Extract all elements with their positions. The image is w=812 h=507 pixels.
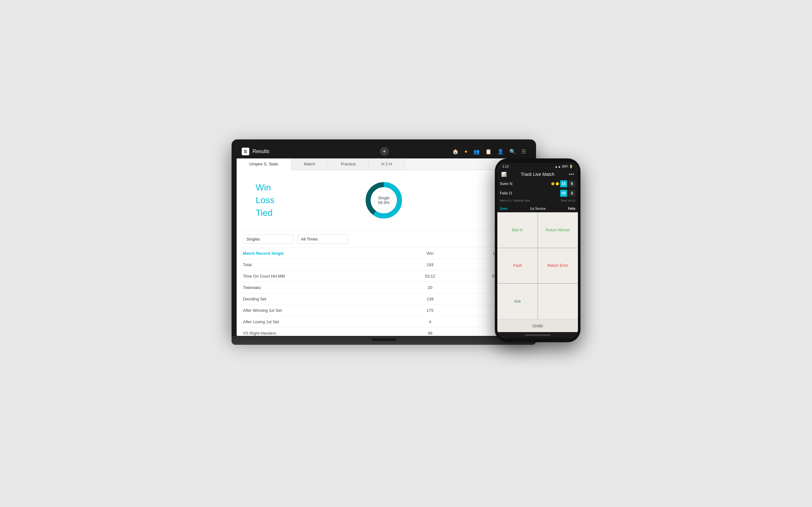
table-win-col: Win: [397, 248, 464, 259]
tab-practice[interactable]: Practice: [328, 158, 368, 170]
donut-area: Single 59.9%: [341, 180, 426, 221]
stats-area: Win Loss Tied: [237, 170, 531, 336]
donut-chart: Single 59.9%: [363, 180, 404, 221]
app-title: Results: [252, 149, 316, 154]
stats-table: Match Record Single Win Loss: [237, 248, 531, 336]
more-options-icon[interactable]: •••: [569, 171, 574, 177]
filter-row: Singles Doubles All Times Last Year: [237, 231, 531, 248]
player1-score-main: 15: [560, 180, 567, 187]
row-label: Time On Court HH:MM: [237, 271, 397, 282]
service-right: Felix: [568, 207, 575, 210]
phone-status-bar: 1:13 ▲▲ WiFi 🔋: [497, 163, 578, 170]
search-icon[interactable]: 🔍: [509, 149, 516, 155]
header-icons: 🏠 ● 👥 📋 👤 🔍 ☰: [452, 149, 526, 155]
service-left: Sven: [500, 207, 507, 210]
player2-score-set: 3: [568, 190, 575, 197]
row-win: 193: [397, 259, 464, 271]
coin-icon-1: [551, 182, 554, 185]
coin-icon-2: [556, 182, 559, 185]
return-winner-button[interactable]: Return Winner: [538, 212, 578, 248]
home-bar: [525, 335, 550, 336]
home-icon[interactable]: 🏠: [452, 149, 459, 155]
add-button[interactable]: +: [380, 147, 389, 156]
ball-in-button[interactable]: Ball In: [497, 212, 538, 248]
table-row: Deciding Set 139 57: [237, 293, 531, 305]
row-win: 20: [397, 282, 464, 293]
row-label: Tiebreaks: [237, 282, 397, 293]
summary-row: Win Loss Tied: [237, 170, 531, 231]
laptop-device: S Results + 🏠 ● 👥 📋 👤 🔍 ☰: [232, 139, 536, 355]
scene: S Results + 🏠 ● 👥 📋 👤 🔍 ☰: [232, 139, 580, 368]
tabs-row: Umpire S. Stats Match Practice H 2 H: [237, 158, 531, 170]
phone-time: 1:13: [502, 165, 508, 168]
undo-bar[interactable]: Undo: [497, 319, 578, 332]
court-grid: Ball In Return Winner Fault Return Error…: [497, 212, 578, 319]
row-label: VS Right-Handers: [237, 328, 397, 336]
table-row: Tiebreaks 20 11: [237, 282, 531, 293]
phone-outer: 1:13 ▲▲ WiFi 🔋 📊 Track Live Match ••• Sv…: [495, 158, 580, 342]
empty-cell: [538, 284, 578, 319]
row-label: Deciding Set: [237, 293, 397, 305]
bar-chart-icon[interactable]: 📊: [501, 172, 507, 177]
service-center: 1st Service: [530, 207, 546, 210]
ace-button[interactable]: Ace: [497, 284, 538, 319]
laptop-outer: S Results + 🏠 ● 👥 📋 👤 🔍 ☰: [232, 139, 536, 336]
table-title-col: Match Record Single: [237, 248, 397, 259]
phone-screen: 1:13 ▲▲ WiFi 🔋 📊 Track Live Match ••• Sv…: [497, 163, 578, 338]
match-time: Time: 00:24: [560, 199, 575, 202]
loss-label: Loss: [256, 195, 341, 205]
player2-score-main: 00: [560, 190, 567, 197]
group-icon[interactable]: 👥: [473, 149, 479, 155]
phone-device: 1:13 ▲▲ WiFi 🔋 📊 Track Live Match ••• Sv…: [495, 158, 580, 342]
menu-icon[interactable]: ☰: [521, 149, 526, 155]
app-header: S Results + 🏠 ● 👥 📋 👤 🔍 ☰: [237, 145, 531, 158]
return-error-button[interactable]: Return Error: [538, 248, 578, 284]
row-win: 53:12: [397, 271, 464, 282]
time-filter[interactable]: All Times Last Year: [298, 234, 348, 244]
type-filter[interactable]: Singles Doubles: [243, 234, 294, 244]
user-icon[interactable]: 👤: [497, 149, 504, 155]
table-row: After Losing 1st Set 4 79: [237, 316, 531, 328]
donut-label: Single 59.9%: [378, 195, 390, 205]
service-header: Sven 1st Service Felix: [497, 206, 578, 212]
match-info: Best of 3, Tiebreak Sets Time: 00:24: [500, 198, 575, 203]
player-row-1: Sven N 15 5: [500, 179, 575, 188]
table-row: Total 193 92: [237, 259, 531, 271]
player1-name: Sven N: [500, 181, 550, 186]
win-label: Win: [256, 182, 341, 193]
tab-umpire-stats[interactable]: Umpire S. Stats: [237, 158, 291, 170]
row-win: 4: [397, 316, 464, 328]
table-row: VS Right-Handers 99 47: [237, 328, 531, 336]
row-label: After Winning 1st Set: [237, 305, 397, 316]
laptop-notch: [371, 338, 397, 341]
phone-title: Track Live Match: [507, 172, 569, 177]
phone-connectivity: ▲▲ WiFi 🔋: [555, 165, 573, 168]
player1-score-set: 5: [568, 180, 575, 187]
tab-match[interactable]: Match: [291, 158, 328, 170]
laptop-screen: S Results + 🏠 ● 👥 📋 👤 🔍 ☰: [237, 145, 531, 336]
table-row: Time On Court HH:MM 53:12 52:55: [237, 271, 531, 282]
chart-icon[interactable]: ●: [464, 149, 467, 154]
wlt-stats: Win Loss Tied: [256, 182, 341, 218]
row-win: 99: [397, 328, 464, 336]
row-win: 175: [397, 305, 464, 316]
player-row-2: Felix O 00 3: [500, 188, 575, 198]
fault-button[interactable]: Fault: [497, 248, 538, 284]
match-format: Best of 3, Tiebreak Sets: [500, 199, 530, 202]
score-section: Sven N 15 5 Felix O 00: [497, 179, 578, 206]
table-row: After Winning 1st Set 175 7: [237, 305, 531, 316]
tied-label: Tied: [256, 208, 341, 218]
home-indicator: [497, 332, 578, 338]
row-win: 139: [397, 293, 464, 305]
tab-h2h[interactable]: H 2 H: [368, 158, 405, 170]
row-label: After Losing 1st Set: [237, 316, 397, 328]
row-label: Total: [237, 259, 397, 271]
app-logo: S: [242, 148, 249, 155]
list-icon[interactable]: 📋: [485, 149, 492, 155]
player2-name: Felix O: [500, 191, 559, 195]
laptop-base: [232, 336, 536, 345]
table-body: Total 193 92 Time On Court HH:MM 53:12 5…: [237, 259, 531, 336]
phone-header: 📊 Track Live Match •••: [497, 170, 578, 179]
